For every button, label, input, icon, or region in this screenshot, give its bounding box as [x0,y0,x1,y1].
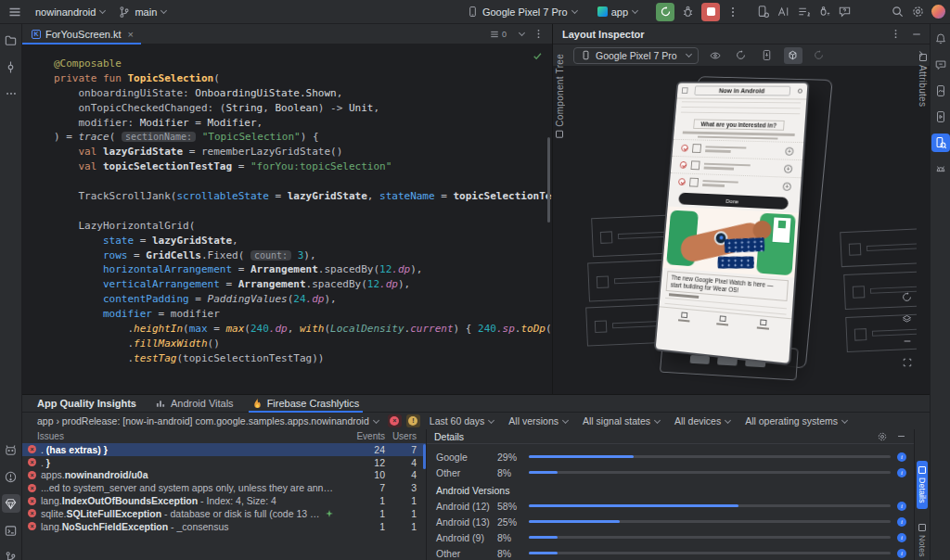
issues-column-header[interactable]: Issues [22,431,337,441]
detail-bar-fill [529,552,558,554]
device-mirror-icon[interactable] [931,108,950,126]
logcat-tool-icon[interactable] [2,440,20,459]
info-icon[interactable] [897,502,906,511]
problems-tool-icon[interactable] [2,467,20,486]
info-icon[interactable] [897,533,906,542]
inspections-ok-icon[interactable] [533,51,543,61]
feedback-icon[interactable] [838,5,852,19]
info-icon[interactable] [897,452,906,462]
tab-firebase-crashlytics[interactable]: Firebase Crashlytics [252,395,360,413]
filter-dropdown[interactable]: All operating systems [745,415,847,426]
device-explorer-icon[interactable] [931,159,950,178]
layout-inspector-title: Layout Inspector [562,29,645,40]
sync-icon[interactable] [810,47,828,64]
project-selector[interactable]: nowinandroid [35,6,105,18]
issue-row[interactable]: lang.IndexOutOfBoundsException - Index: … [22,494,426,507]
ai-insight-icon[interactable] [326,510,333,517]
editor-tab-bar: ForYouScreen.kt 0 [22,24,552,45]
git-tool-icon[interactable] [2,548,20,560]
editor-options-icon[interactable] [533,28,545,40]
project-tool-icon[interactable] [2,31,20,49]
nonfatal-filter-toggle[interactable] [406,414,420,427]
events-column-header[interactable]: Events [337,431,385,441]
more-tools-icon[interactable] [2,84,20,103]
issue-row[interactable]: lang.NoSuchFieldException - _consensus11 [22,520,426,533]
editor-tab-label: ForYouScreen.kt [45,29,122,40]
branch-selector[interactable]: main [118,6,166,19]
inspector-canvas[interactable]: Now in Android What are you interested i… [566,67,917,394]
device-manager-icon[interactable] [756,5,770,19]
fatal-filter-toggle[interactable] [388,414,402,427]
rerun-button[interactable] [656,3,674,21]
app-quality-insights-tool-icon[interactable] [2,494,20,513]
commit-tool-icon[interactable] [2,57,20,76]
zoom-out-icon[interactable] [902,336,913,347]
task-list-icon[interactable] [797,5,811,19]
menu-icon[interactable] [7,5,22,19]
running-devices-icon[interactable] [931,82,950,100]
layers-icon[interactable] [901,313,913,325]
info-icon[interactable] [897,517,906,527]
scope-selector[interactable]: app › prodRelease: [now-in-android] com.… [37,415,379,426]
more-actions-icon[interactable] [726,6,739,19]
inspector-device-selector[interactable]: Google Pixel 7 Pro [573,47,699,64]
issue-row[interactable]: sqlite.SQLiteFullException - database or… [22,507,426,520]
code-editor[interactable]: @Composableprivate fun TopicSelection( o… [22,45,552,394]
inspection-widget[interactable]: 0 [489,29,507,40]
ai-assistant-icon[interactable] [931,56,950,74]
terminal-tool-icon[interactable] [2,521,20,540]
info-icon[interactable] [897,549,906,558]
profiler-icon[interactable] [817,5,831,19]
detail-bar-label: Other [436,467,497,478]
details-tab-icon [918,466,926,474]
tab-notes-vertical[interactable]: Notes [917,518,928,560]
view-options-icon[interactable] [706,47,725,64]
detail-bar-percent: 58% [497,501,529,512]
code-line: modifier = modifier [54,307,552,322]
detail-bar-row: Other8% [436,465,906,480]
inspector-more-icon[interactable] [890,28,902,40]
code-line: modifier: Modifier = Modifier, [54,116,552,131]
mode-3d-toggle[interactable] [784,47,802,64]
info-icon[interactable] [897,468,906,477]
filter-dropdown[interactable]: All signal states [583,415,660,426]
attributes-tab[interactable]: Attributes [918,54,928,107]
issue-row[interactable]: apps.nowinandroid/u0a104 [22,469,426,482]
avatar[interactable] [931,5,945,19]
filter-dropdown[interactable]: All devices [674,415,730,426]
tab-list-chevron-icon[interactable] [519,30,525,36]
details-collapse-icon[interactable] [896,431,906,441]
details-settings-icon[interactable] [877,431,888,442]
editor-tab[interactable]: ForYouScreen.kt [22,24,141,45]
settings-icon[interactable] [911,5,925,19]
issue-row[interactable]: ...ed to system_server and system apps o… [22,481,426,494]
device-selector[interactable]: Google Pixel 7 Pro [467,6,577,18]
firebase-flame-icon [252,398,263,410]
tab-close-icon[interactable] [128,29,134,40]
layout-inspector-tool-icon[interactable] [931,134,950,152]
issues-scrollbar[interactable] [423,444,426,469]
inspected-app-screen[interactable]: Now in Android What are you interested i… [654,82,810,365]
component-tree-tab[interactable]: Component Tree [555,54,565,138]
run-config-selector[interactable]: app [597,6,637,18]
tab-details-vertical[interactable]: Details [917,461,928,509]
stop-button[interactable] [701,3,720,21]
tab-android-vitals[interactable]: Android Vitals [155,395,234,413]
issue-row[interactable]: . }124 [22,456,426,469]
plus-icon [784,164,793,172]
filter-dropdown[interactable]: Last 60 days [430,415,494,426]
snapshot-icon[interactable] [758,47,777,64]
fit-screen-icon[interactable] [902,357,913,368]
issue-text: . (has extras) } [41,444,337,455]
filter-dropdown[interactable]: All versions [508,415,568,426]
debug-icon[interactable] [681,5,695,19]
issue-row[interactable]: . (has extras) }247 [22,443,426,456]
refresh-icon[interactable] [732,47,751,64]
search-icon[interactable] [891,5,905,19]
rotate-view-icon[interactable] [901,291,913,303]
editor-scrollbar[interactable] [547,137,550,223]
users-column-header[interactable]: Users [385,431,426,441]
code-with-me-icon[interactable] [777,5,790,19]
inspector-minimize-icon[interactable] [911,29,922,40]
notifications-bell-icon[interactable] [931,30,950,48]
